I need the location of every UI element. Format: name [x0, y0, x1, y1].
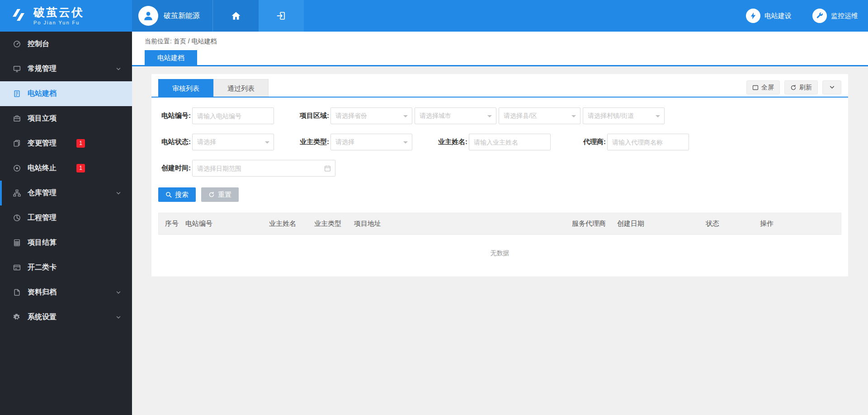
brand-logo[interactable]: 破茧云伏 Po Jian Yun Fu — [0, 0, 132, 32]
gauge-icon — [13, 40, 21, 48]
panel-tabs-row: 审核列表 通过列表 全屏 刷新 — [151, 74, 848, 98]
chevron-down-icon — [116, 290, 121, 295]
date-range-field — [192, 160, 335, 177]
logo-icon — [10, 8, 28, 23]
fullscreen-button[interactable]: 全屏 — [746, 80, 780, 94]
sidebar-item-warehouse-mgmt[interactable]: 仓库管理 — [0, 181, 132, 205]
caret-down-icon — [265, 141, 269, 146]
filter-row-2: 电站状态: 请选择 业主类型: 请选择 — [158, 134, 841, 150]
city-select[interactable]: 请选择城市 — [415, 107, 496, 124]
copy-icon — [13, 139, 21, 148]
refresh-icon — [790, 84, 797, 91]
nav-station-build[interactable]: 电站建设 — [746, 9, 792, 23]
sidebar-item-change-mgmt[interactable]: 变更管理 1 — [0, 131, 132, 156]
owner-name-label: 业主姓名: — [435, 138, 467, 146]
refresh-button[interactable]: 刷新 — [784, 80, 818, 94]
sidebar-item-station-termination[interactable]: 电站终止 1 — [0, 156, 132, 181]
lightning-icon — [746, 9, 760, 23]
table-header-cell: 服务代理商 — [572, 219, 617, 228]
station-no-input[interactable] — [192, 107, 274, 124]
sidebar-item-project-settlement[interactable]: 项目结算 — [0, 230, 132, 255]
sidebar-item-label: 项目立项 — [28, 114, 57, 123]
caret-down-icon — [656, 115, 660, 120]
table-header-cell: 状态 — [706, 219, 760, 228]
table-header-cell: 创建日期 — [617, 219, 706, 228]
station-status-placeholder: 请选择 — [197, 138, 216, 146]
breadcrumb: 当前位置: 首页 / 电站建档 — [145, 37, 868, 46]
sidebar-item-general-mgmt[interactable]: 常规管理 — [0, 56, 132, 81]
logo-text: 破茧云伏 Po Jian Yun Fu — [33, 6, 84, 25]
reset-button-label: 重置 — [218, 191, 231, 199]
sidebar-item-engineering-mgmt[interactable]: 工程管理 — [0, 205, 132, 230]
home-button[interactable] — [212, 0, 259, 32]
county-select-placeholder: 请选择县/区 — [504, 112, 537, 120]
town-select-placeholder: 请选择村镇/街道 — [588, 112, 634, 120]
sidebar-item-label: 仓库管理 — [28, 188, 57, 198]
station-status-select[interactable]: 请选择 — [192, 134, 274, 150]
nav-station-build-label: 电站建设 — [764, 12, 792, 20]
table-header-cell: 项目地址 — [354, 219, 572, 228]
sidebar-item-project-initiation[interactable]: 项目立项 — [0, 106, 132, 131]
table-header-cell: 业主类型 — [314, 219, 354, 228]
province-select[interactable]: 请选择省份 — [330, 107, 412, 124]
sidebar-item-label: 电站建档 — [28, 89, 57, 98]
filter-row-3: 创建时间: — [158, 160, 841, 177]
filter-row-1: 电站编号: 项目区域: 请选择省份 — [158, 107, 841, 124]
fullscreen-icon — [752, 84, 759, 91]
sidebar-item-label: 系统设置 — [28, 312, 57, 322]
nav-monitor-ops[interactable]: 监控运维 — [812, 9, 858, 23]
notification-badge: 1 — [76, 164, 85, 173]
sidebar-item-station-archive[interactable]: 电站建档 — [0, 81, 132, 106]
owner-type-select[interactable]: 请选择 — [330, 134, 412, 150]
logo-subtitle: Po Jian Yun Fu — [33, 20, 84, 26]
empty-state: 无数据 — [151, 235, 848, 276]
user-menu[interactable]: 破茧新能源 — [132, 0, 212, 32]
agent-input[interactable] — [607, 134, 689, 150]
province-select-placeholder: 请选择省份 — [335, 112, 367, 120]
breadcrumb-current: 电站建档 — [191, 37, 217, 45]
logout-button[interactable] — [259, 0, 304, 32]
sidebar-item-system-settings[interactable]: 系统设置 — [0, 305, 132, 330]
search-button[interactable]: 搜索 — [158, 187, 196, 202]
agent-label: 代理商: — [573, 138, 606, 146]
pie-chart-icon — [13, 214, 21, 222]
caret-down-icon — [403, 115, 408, 120]
app-root: 破茧云伏 Po Jian Yun Fu 破茧新能源 — [0, 0, 868, 415]
monitor-icon — [13, 65, 21, 73]
reset-button[interactable]: 重置 — [201, 187, 239, 202]
avatar — [138, 6, 158, 26]
owner-name-input[interactable] — [469, 134, 551, 150]
stop-icon — [13, 164, 21, 173]
tab-review-list[interactable]: 审核列表 — [158, 79, 213, 97]
notification-badge: 1 — [76, 139, 85, 148]
sidebar-item-data-archive[interactable]: 资料归档 — [0, 280, 132, 305]
collapse-filters-button[interactable] — [822, 80, 841, 94]
sidebar-item-label: 控制台 — [28, 39, 49, 49]
file-icon — [13, 288, 21, 297]
breadcrumb-prefix: 当前位置: — [145, 37, 172, 45]
sidebar-item-label: 电站终止 — [28, 163, 57, 173]
main-area: 当前位置: 首页 / 电站建档 电站建档 审核列表 通过列表 — [132, 32, 868, 415]
table-header: 序号 电站编号 业主姓名 业主类型 项目地址 服务代理商 创建日期 状态 操作 — [158, 213, 841, 235]
breadcrumb-home-link[interactable]: 首页 — [174, 37, 186, 45]
county-select[interactable]: 请选择县/区 — [499, 107, 580, 124]
caret-down-icon — [403, 141, 408, 146]
sidebar-item-label: 项目结算 — [28, 238, 57, 247]
content-area: 审核列表 通过列表 全屏 刷新 — [132, 66, 868, 276]
station-archive-panel: 审核列表 通过列表 全屏 刷新 — [151, 74, 848, 276]
city-select-placeholder: 请选择城市 — [420, 112, 451, 120]
panel-toolbar: 全屏 刷新 — [746, 80, 841, 94]
tab-passed-list[interactable]: 通过列表 — [213, 79, 269, 97]
station-status-label: 电站状态: — [158, 138, 191, 146]
date-range-input[interactable] — [192, 160, 335, 177]
sidebar-item-label: 开二类卡 — [28, 263, 57, 272]
chevron-down-icon — [116, 66, 121, 72]
fullscreen-label: 全屏 — [761, 84, 774, 92]
caret-down-icon — [487, 115, 492, 120]
town-select[interactable]: 请选择村镇/街道 — [583, 107, 665, 124]
gear-icon — [13, 313, 21, 322]
sidebar-item-console[interactable]: 控制台 — [0, 32, 132, 56]
search-button-label: 搜索 — [175, 191, 189, 199]
sidebar-item-class2-card[interactable]: 开二类卡 — [0, 255, 132, 280]
page-tab-station-archive[interactable]: 电站建档 — [145, 50, 197, 65]
